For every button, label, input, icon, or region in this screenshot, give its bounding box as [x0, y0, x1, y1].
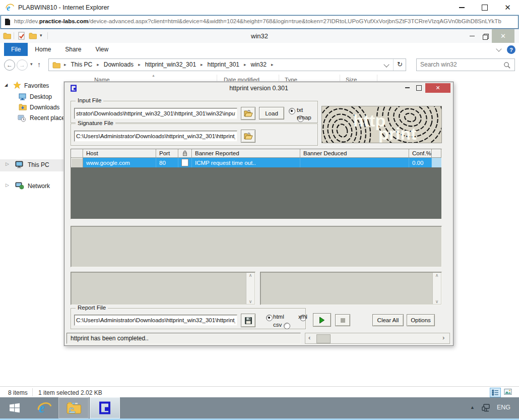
scroll-right-icon[interactable]: ›	[442, 334, 444, 341]
breadcrumb-separator-icon[interactable]: ▸	[244, 62, 246, 67]
column-confidence[interactable]: Conf.%	[409, 149, 432, 158]
taskbar-httprint-button[interactable]	[90, 397, 120, 418]
ie-minimize-button[interactable]	[450, 0, 473, 15]
breadcrumb-httprint-301[interactable]: httprint_301	[208, 61, 239, 68]
hscroll-thumb[interactable]	[316, 334, 331, 343]
scroll-down-icon[interactable]: ∨	[435, 299, 439, 304]
column-banner-reported[interactable]: Banner Reported	[192, 149, 300, 158]
options-button[interactable]: Options	[407, 314, 435, 326]
save-button[interactable]	[241, 314, 255, 327]
explorer-restore-button[interactable]	[479, 29, 492, 43]
details-view-button[interactable]	[490, 388, 501, 397]
radio-xml-label[interactable]: xml	[298, 314, 307, 320]
breadcrumb-this-pc[interactable]: This PC	[71, 61, 93, 68]
tree-collapsed-icon[interactable]: ▷	[6, 183, 9, 188]
tray-expand-icon[interactable]: ▲	[470, 405, 475, 410]
column-ssl[interactable]	[178, 149, 192, 158]
tab-file[interactable]: File	[4, 43, 28, 56]
signature-file-field[interactable]	[74, 131, 237, 142]
ie-close-button[interactable]: ✕	[496, 0, 519, 15]
httprint-hscrollbar[interactable]: ‹ ›	[305, 333, 450, 344]
start-button[interactable]	[0, 397, 29, 418]
breadcrumb-separator-icon[interactable]: ▸	[201, 62, 203, 67]
sidebar-item-network[interactable]: Network	[28, 183, 50, 190]
column-host[interactable]: Host	[83, 149, 156, 158]
ie-titlebar[interactable]: e PLABWIN810 - Internet Explorer ✕	[0, 0, 519, 15]
help-icon[interactable]: ?	[507, 45, 515, 54]
breadcrumb-separator-icon[interactable]: ▸	[271, 62, 274, 67]
forward-button[interactable]: →	[17, 59, 28, 71]
tray-network-icon[interactable]	[481, 403, 491, 413]
scroll-down-icon[interactable]: ∨	[249, 299, 252, 304]
input-browse-button[interactable]	[241, 107, 255, 120]
right-output-pane[interactable]: ∧ ∨	[260, 272, 442, 305]
radio-csv-label[interactable]: csv	[273, 322, 282, 328]
load-button[interactable]: Load	[259, 107, 284, 119]
explorer-titlebar[interactable]: ▾ win32 ✕	[0, 29, 519, 43]
search-icon[interactable]	[503, 62, 511, 69]
column-banner-deduced[interactable]: Banner Deduced	[300, 149, 409, 158]
radio-txt[interactable]	[289, 108, 295, 114]
table-row[interactable]: www.google.com 80 ICMP request time out.…	[71, 158, 441, 167]
breadcrumb-win32[interactable]: win32	[251, 61, 267, 68]
radio-csv[interactable]	[284, 323, 290, 329]
selection-count: 1 item selected	[38, 389, 79, 396]
breadcrumb-downloads[interactable]: Downloads	[104, 61, 134, 68]
httprint-titlebar[interactable]: httprint version 0.301 ✕	[64, 82, 453, 94]
column-port[interactable]: Port	[156, 149, 178, 158]
up-button[interactable]: ↑	[37, 61, 41, 69]
radio-html-label[interactable]: html	[273, 314, 284, 320]
ssl-checkbox[interactable]	[181, 159, 188, 166]
report-file-field[interactable]	[74, 315, 237, 326]
explorer-window-title: win32	[0, 32, 519, 40]
radio-txt-label[interactable]: txt	[297, 107, 303, 113]
address-dropdown-icon[interactable]	[383, 62, 389, 67]
taskbar-explorer-button[interactable]	[58, 397, 89, 418]
breadcrumb[interactable]: ▸ This PC ▸ Downloads ▸ httprint_win32_3…	[48, 58, 406, 71]
run-button[interactable]	[313, 313, 331, 327]
sidebar-item-favorites[interactable]: Favorites	[24, 82, 49, 89]
httprint-close-button[interactable]: ✕	[425, 83, 450, 93]
left-output-pane[interactable]: ∧ ∨	[71, 272, 255, 305]
scroll-up-icon[interactable]: ∧	[435, 273, 439, 278]
radio-html[interactable]	[266, 315, 273, 321]
sidebar-item-downloads[interactable]: Downloads	[30, 104, 59, 111]
httprint-maximize-button[interactable]	[413, 82, 424, 93]
input-file-field[interactable]	[74, 108, 237, 119]
radio-nmap-label[interactable]: nmap	[297, 114, 311, 121]
explorer-minimize-button[interactable]	[466, 29, 479, 43]
explorer-close-button[interactable]: ✕	[492, 29, 514, 43]
tray-language-indicator[interactable]: ENG	[497, 404, 510, 411]
tab-view[interactable]: View	[88, 43, 115, 56]
taskbar-ie-button[interactable]: e	[29, 397, 58, 418]
search-input[interactable]	[419, 60, 499, 69]
tab-share[interactable]: Share	[58, 43, 88, 56]
sidebar-item-this-pc[interactable]: This PC	[28, 161, 49, 168]
refresh-icon[interactable]: ↻	[397, 61, 403, 68]
breadcrumb-separator-icon[interactable]: ▸	[138, 62, 141, 67]
sidebar-item-recent-places[interactable]: Recent places	[30, 114, 68, 122]
selection-size: 2.02 KB	[81, 389, 102, 396]
right-pane-scrollbar[interactable]: ∧ ∨	[432, 273, 441, 304]
search-box[interactable]	[416, 58, 515, 71]
scroll-left-icon[interactable]: ‹	[308, 334, 310, 341]
table-vscroll[interactable]	[432, 158, 441, 167]
sidebar-item-desktop[interactable]: Desktop	[30, 93, 52, 100]
stop-button[interactable]	[335, 314, 350, 326]
back-button[interactable]: ←	[4, 59, 15, 71]
left-pane-scrollbar[interactable]: ∧ ∨	[246, 273, 254, 304]
ie-address-bar[interactable]: http://dev.practice-labs.com/device-adva…	[1, 15, 518, 29]
tree-expanded-icon[interactable]: ◢	[5, 83, 8, 87]
clear-all-button[interactable]: Clear All	[372, 314, 404, 326]
thumbnail-view-button[interactable]	[503, 388, 514, 397]
tree-collapsed-icon[interactable]: ▷	[6, 161, 9, 166]
cell-ssl[interactable]	[178, 158, 192, 167]
scroll-up-icon[interactable]: ∧	[249, 273, 252, 278]
signature-browse-button[interactable]	[241, 130, 255, 143]
ie-maximize-button[interactable]	[473, 0, 496, 15]
tab-home[interactable]: Home	[28, 43, 58, 56]
breadcrumb-httprint-win32-301[interactable]: httprint_win32_301	[145, 61, 196, 68]
httprint-minimize-button[interactable]	[401, 82, 413, 93]
breadcrumb-separator-icon[interactable]: ▸	[97, 62, 99, 67]
history-dropdown-icon[interactable]: ▾	[30, 62, 33, 67]
